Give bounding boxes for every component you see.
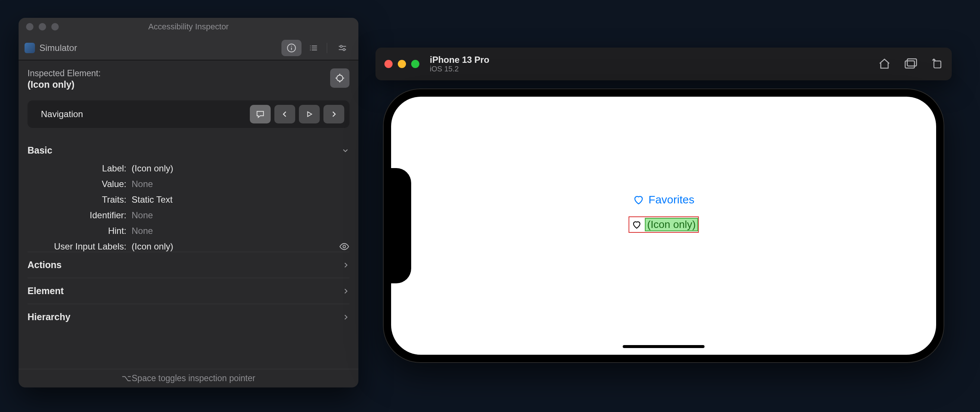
- navigation-label: Navigation: [41, 109, 83, 119]
- basic-label-value: (Icon only): [132, 163, 173, 173]
- info-circle-icon: [286, 43, 296, 53]
- svg-point-2: [291, 46, 292, 46]
- close-icon[interactable]: [384, 60, 393, 68]
- basic-row-user-input-labels: User Input Labels: (Icon only): [27, 241, 350, 252]
- speak-button[interactable]: [250, 105, 270, 124]
- previous-button[interactable]: [274, 105, 295, 124]
- svg-point-11: [340, 45, 342, 47]
- app-content: Favorites (Icon only): [629, 193, 699, 233]
- basic-section: Basic Label: (Icon only) Value: None Tra…: [27, 145, 350, 252]
- simulator-app-icon[interactable]: [24, 43, 35, 53]
- target-element-button[interactable]: [330, 68, 350, 88]
- basic-identifier-value: None: [132, 210, 153, 221]
- basic-traits-key: Traits:: [27, 194, 132, 205]
- favorites-label: Favorites: [648, 193, 694, 206]
- inspector-window-title: Accessibility Inspector: [19, 22, 358, 32]
- chevron-right-icon: [342, 288, 350, 295]
- traffic-lights[interactable]: [384, 60, 419, 68]
- play-icon: [305, 110, 313, 118]
- simulator-title-block: iPhone 13 Pro iOS 15.2: [430, 55, 489, 74]
- basic-row-traits: Traits: Static Text: [27, 194, 350, 205]
- basic-traits-value: Static Text: [132, 194, 172, 205]
- eye-icon[interactable]: [339, 241, 350, 252]
- simulator-window: iPhone 13 Pro iOS 15.2 Favori: [375, 48, 952, 363]
- basic-hint-key: Hint:: [27, 226, 132, 236]
- inspector-toolbar: Simulator: [19, 36, 358, 60]
- svg-point-6: [310, 45, 311, 46]
- svg-rect-22: [934, 61, 941, 68]
- simulator-os-version: iOS 15.2: [430, 65, 489, 73]
- settings-button[interactable]: [332, 40, 352, 56]
- zoom-icon[interactable]: [51, 23, 59, 30]
- actions-title: Actions: [27, 259, 62, 270]
- basic-uil-key: User Input Labels:: [27, 241, 132, 252]
- device-frame: Favorites (Icon only): [383, 89, 944, 363]
- chevron-right-icon: [342, 313, 350, 321]
- audit-mode-button[interactable]: [304, 40, 324, 56]
- favorites-button[interactable]: Favorites: [633, 193, 694, 206]
- basic-uil-value: (Icon only): [132, 241, 173, 252]
- toolbar-separator: [327, 43, 327, 53]
- heart-icon: [629, 217, 644, 232]
- basic-value-key: Value:: [27, 179, 132, 189]
- basic-section-title: Basic: [27, 145, 52, 156]
- icon-only-label: (Icon only): [645, 218, 698, 231]
- svg-marker-18: [307, 112, 312, 117]
- svg-point-7: [310, 47, 311, 48]
- close-icon[interactable]: [26, 23, 33, 30]
- element-section-header[interactable]: Element: [27, 278, 350, 304]
- inspected-element-label: Inspected Element:: [27, 68, 101, 78]
- inspect-mode-button[interactable]: [282, 40, 302, 56]
- inspector-titlebar[interactable]: Accessibility Inspector: [19, 18, 358, 36]
- chevron-right-icon: [342, 261, 350, 269]
- device-screen[interactable]: Favorites (Icon only): [391, 97, 936, 355]
- crosshair-icon: [335, 73, 345, 83]
- svg-point-19: [343, 245, 346, 248]
- basic-row-hint: Hint: None: [27, 226, 350, 236]
- simulator-device-name: iPhone 13 Pro: [430, 55, 489, 65]
- screenshot-icon[interactable]: [904, 58, 918, 70]
- rotate-icon[interactable]: [931, 58, 943, 70]
- inspector-footer-hint: ⌥Space toggles inspection pointer: [19, 369, 358, 387]
- simulator-titlebar[interactable]: iPhone 13 Pro iOS 15.2: [375, 48, 952, 80]
- svg-point-8: [310, 49, 311, 50]
- svg-rect-21: [907, 59, 916, 66]
- basic-value-value: None: [132, 179, 153, 189]
- basic-hint-value: None: [132, 226, 153, 236]
- svg-point-13: [337, 75, 343, 81]
- chevron-left-icon: [281, 110, 289, 118]
- inspector-body: Inspected Element: (Icon only) Navigatio…: [19, 60, 358, 369]
- navigation-bar: Navigation: [27, 100, 350, 128]
- basic-section-header[interactable]: Basic: [27, 145, 350, 158]
- minimize-icon[interactable]: [39, 23, 46, 30]
- next-button[interactable]: [323, 105, 344, 124]
- home-indicator[interactable]: [623, 345, 705, 348]
- basic-identifier-key: Identifier:: [27, 210, 132, 221]
- basic-label-key: Label:: [27, 163, 132, 173]
- basic-row-value: Value: None: [27, 179, 350, 189]
- chevron-down-icon: [341, 146, 350, 155]
- svg-rect-20: [905, 61, 915, 68]
- accessibility-inspector-window: Accessibility Inspector Simulator: [19, 18, 358, 387]
- element-title: Element: [27, 286, 64, 296]
- inspected-element-value: (Icon only): [27, 79, 101, 90]
- speech-bubble-icon: [255, 109, 265, 119]
- audit-list-icon: [309, 43, 318, 53]
- traffic-lights[interactable]: [19, 23, 59, 30]
- hierarchy-section-header[interactable]: Hierarchy: [27, 304, 350, 330]
- play-button[interactable]: [299, 105, 320, 124]
- basic-row-identifier: Identifier: None: [27, 210, 350, 221]
- basic-row-label: Label: (Icon only): [27, 163, 350, 173]
- minimize-icon[interactable]: [398, 60, 406, 68]
- svg-point-12: [343, 48, 345, 50]
- actions-section-header[interactable]: Actions: [27, 252, 350, 278]
- home-icon[interactable]: [878, 58, 891, 70]
- hierarchy-title: Hierarchy: [27, 312, 70, 322]
- device-notch: [391, 168, 411, 283]
- icon-only-highlighted-element[interactable]: (Icon only): [629, 216, 699, 233]
- chevron-right-icon: [330, 110, 338, 118]
- sliders-icon: [337, 43, 347, 53]
- zoom-icon[interactable]: [411, 60, 419, 68]
- inspector-target-app[interactable]: Simulator: [40, 43, 77, 53]
- heart-icon: [633, 194, 644, 205]
